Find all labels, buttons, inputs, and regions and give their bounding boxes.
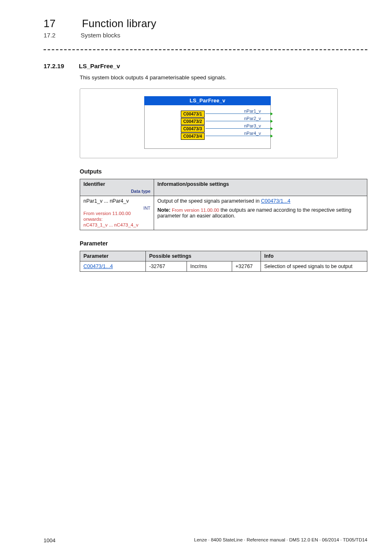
parameter-heading: Parameter bbox=[80, 240, 367, 247]
output-label-2: nPar2_v bbox=[244, 116, 261, 121]
chapter-number: 17 bbox=[44, 17, 79, 30]
body: This system block outputs 4 parameterisa… bbox=[80, 74, 367, 272]
page-number: 1004 bbox=[44, 537, 55, 543]
arrow-icon bbox=[270, 120, 273, 123]
param-code-2: C00473/2 bbox=[181, 118, 205, 125]
col-datatype-label: Data type bbox=[83, 189, 150, 194]
info-text: Output of the speed signals parameterise… bbox=[157, 198, 261, 204]
wire-1 bbox=[205, 113, 270, 114]
table-row: nPar1_v ... nPar4_v INT From version 11.… bbox=[80, 196, 367, 230]
cell-identifier: nPar1_v ... nPar4_v INT From version 11.… bbox=[80, 196, 154, 230]
col-identifier-label: Identifier bbox=[83, 181, 105, 187]
page-header: 17 Function library 17.2 System blocks bbox=[44, 17, 367, 39]
cell-min: -32767 bbox=[146, 261, 187, 272]
arrow-icon bbox=[270, 127, 273, 130]
output-label-1: nPar1_v bbox=[244, 109, 261, 113]
output-label-3: nPar3_v bbox=[244, 123, 261, 128]
note-version: From version 11.00.00 bbox=[171, 208, 219, 213]
cell-info: Output of the speed signals parameterise… bbox=[154, 196, 367, 230]
wire-3 bbox=[205, 128, 270, 129]
block-diagram: LS_ParFree_v C00473/1 C00473/2 C00473/3 … bbox=[80, 88, 338, 158]
param-code-4: C00473/4 bbox=[181, 133, 205, 140]
cell-info: Selection of speed signals to be output bbox=[261, 261, 367, 272]
wire-2 bbox=[205, 121, 270, 122]
page-footer: 1004 Lenze · 8400 StateLine · Reference … bbox=[44, 537, 367, 543]
chapter-title: Function library bbox=[82, 17, 156, 30]
param-code-1: C00473/1 bbox=[181, 111, 205, 118]
subsection-title: LS_ParFree_v bbox=[79, 62, 120, 69]
param-link[interactable]: C00473/1...4 bbox=[261, 198, 291, 204]
subsection-heading: 17.2.19 LS_ParFree_v bbox=[44, 62, 367, 69]
subsection-number: 17.2.19 bbox=[44, 62, 68, 69]
table-header-row: Parameter Possible settings Info bbox=[80, 251, 367, 261]
wire-4 bbox=[205, 136, 270, 136]
footer-meta: Lenze · 8400 StateLine · Reference manua… bbox=[194, 537, 367, 543]
col-info: Info bbox=[261, 251, 367, 261]
cell-parameter: C00473/1...4 bbox=[80, 261, 146, 272]
parameter-link[interactable]: C00473/1...4 bbox=[83, 264, 113, 269]
outputs-heading: Outputs bbox=[80, 168, 367, 175]
intro-paragraph: This system block outputs 4 parameterisa… bbox=[80, 74, 367, 82]
cell-unit: Incr/ms bbox=[187, 261, 232, 272]
arrow-icon bbox=[270, 134, 273, 138]
block-title: LS_ParFree_v bbox=[144, 96, 271, 105]
identifier-main: nPar1_v ... nPar4_v bbox=[83, 198, 129, 204]
identifier-type: INT bbox=[83, 206, 150, 210]
identifier-alt-names: nC473_1_v ... nC473_4_v bbox=[83, 222, 138, 227]
table-header-row: Identifier Data type Information/possibl… bbox=[80, 179, 367, 196]
arrow-icon bbox=[270, 112, 273, 116]
divider bbox=[44, 49, 367, 50]
output-label-4: nPar4_v bbox=[244, 131, 261, 136]
parameter-table: Parameter Possible settings Info C00473/… bbox=[80, 251, 367, 272]
col-settings: Possible settings bbox=[146, 251, 261, 261]
block-diagram-inner: LS_ParFree_v C00473/1 C00473/2 C00473/3 … bbox=[144, 96, 271, 149]
section-number: 17.2 bbox=[44, 32, 79, 39]
section-heading: 17.2 System blocks bbox=[44, 32, 367, 39]
outputs-table: Identifier Data type Information/possibl… bbox=[80, 179, 367, 230]
page-root: 17 Function library 17.2 System blocks 1… bbox=[0, 0, 392, 555]
param-code-3: C00473/3 bbox=[181, 125, 205, 132]
col-identifier: Identifier Data type bbox=[80, 179, 154, 196]
note-label: Note: bbox=[157, 207, 171, 213]
cell-max: +32767 bbox=[232, 261, 261, 272]
identifier-version-note: From version 11.00.00 onwards: bbox=[83, 211, 131, 222]
col-info: Information/possible settings bbox=[154, 179, 367, 196]
col-parameter: Parameter bbox=[80, 251, 146, 261]
table-row: C00473/1...4 -32767 Incr/ms +32767 Selec… bbox=[80, 261, 367, 272]
section-title: System blocks bbox=[81, 32, 120, 39]
chapter-heading: 17 Function library bbox=[44, 17, 367, 30]
